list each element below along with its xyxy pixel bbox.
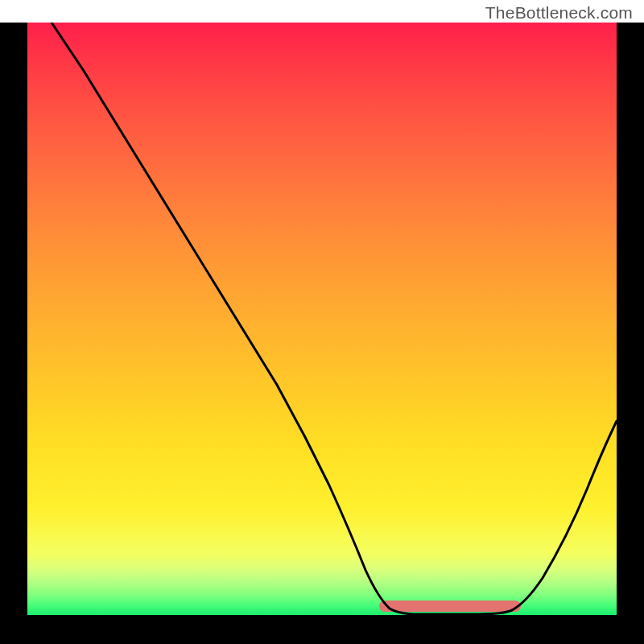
- watermark-text: TheBottleneck.com: [485, 3, 633, 23]
- flat-region-highlight: [382, 601, 518, 612]
- plot-area: [27, 23, 617, 615]
- plot-outer-border: [0, 23, 644, 644]
- chart-frame: TheBottleneck.com: [0, 0, 644, 644]
- bottleneck-curve-svg: [27, 23, 617, 615]
- bottleneck-curve-path: [52, 23, 617, 614]
